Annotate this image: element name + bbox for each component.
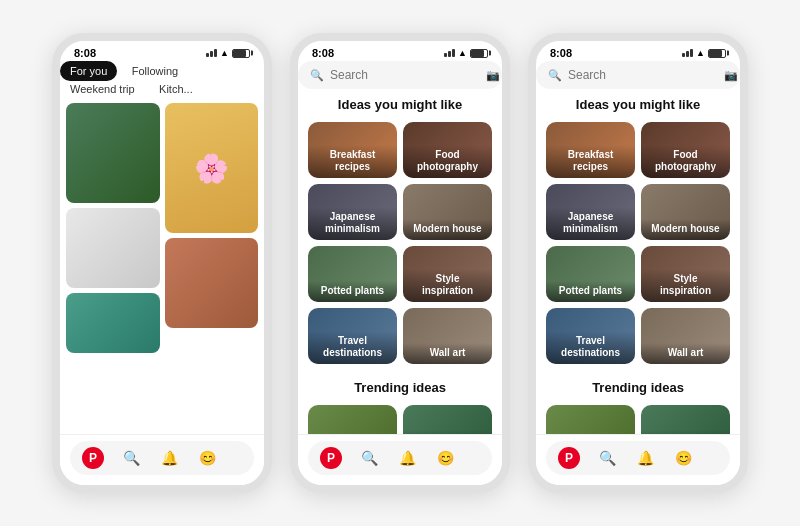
status-bar: 8:08 ▲ <box>60 41 264 61</box>
feed-image-plant[interactable] <box>66 103 160 203</box>
ideas-section-title-2: Ideas you might like <box>308 97 492 112</box>
idea-card-label-style: Style inspiration <box>403 269 492 302</box>
tab-following[interactable]: Following <box>122 61 188 81</box>
battery-icon-2 <box>470 49 488 58</box>
idea-card-label-food-photo: Food photography <box>403 145 492 178</box>
bottom-search-bar-3[interactable]: P 🔍 🔔 😊 <box>546 441 730 475</box>
feed-image-person[interactable]: 🌸 <box>165 103 259 233</box>
search-input-2[interactable] <box>330 68 480 82</box>
signal-icon <box>206 49 217 57</box>
camera-icon-2[interactable]: 📷 <box>486 69 500 82</box>
profile-icon[interactable]: 😊 <box>196 447 218 469</box>
idea-card-travel-3[interactable]: Travel destinations <box>546 308 635 364</box>
bell-icon-2[interactable]: 🔔 <box>396 447 418 469</box>
wifi-icon: ▲ <box>220 48 229 58</box>
feed-col-right: 🌸 <box>165 103 259 434</box>
feed-col-left <box>66 103 160 434</box>
status-icons-3: ▲ <box>682 48 726 58</box>
signal-icon-3 <box>682 49 693 57</box>
idea-card-breakfast[interactable]: Breakfast recipes <box>308 122 397 178</box>
bell-icon-3[interactable]: 🔔 <box>634 447 656 469</box>
search-bar-2[interactable]: 🔍 📷 <box>298 61 502 89</box>
idea-card-label-potted: Potted plants <box>308 281 397 302</box>
search-input-3[interactable] <box>568 68 718 82</box>
phone-feed: 8:08 ▲ For you Following Weekend trip Ki… <box>52 33 272 493</box>
idea-card-potted-3[interactable]: Potted plants <box>546 246 635 302</box>
status-time-3: 8:08 <box>550 47 572 59</box>
trending-grid-2: Healthy snacks Succulent garden <box>308 405 492 434</box>
ideas-grid-2: Breakfast recipes Food photography Japan… <box>308 122 492 364</box>
camera-icon-3[interactable]: 📷 <box>724 69 738 82</box>
tab-for-you[interactable]: For you <box>60 61 117 81</box>
trending-card-healthy[interactable]: Healthy snacks <box>308 405 397 434</box>
battery-icon-3 <box>708 49 726 58</box>
idea-card-style[interactable]: Style inspiration <box>403 246 492 302</box>
trending-card-label-succulent: Succulent garden <box>403 430 492 434</box>
status-icons-2: ▲ <box>444 48 488 58</box>
idea-card-modern[interactable]: Modern house <box>403 184 492 240</box>
idea-card-potted[interactable]: Potted plants <box>308 246 397 302</box>
bottom-bar-3: P 🔍 🔔 😊 <box>536 434 740 485</box>
trending-card-succulent-3[interactable]: Succulent garden <box>641 405 730 434</box>
status-bar-3: 8:08 ▲ <box>536 41 740 61</box>
nav-tabs: For you Following Weekend trip Kitch... <box>60 61 264 97</box>
search-bar-3[interactable]: 🔍 📷 <box>536 61 740 89</box>
idea-card-japanese-3[interactable]: Japanese minimalism <box>546 184 635 240</box>
ideas-grid-3: Breakfast recipes Food photography Japan… <box>546 122 730 364</box>
search-icon[interactable]: 🔍 <box>120 447 142 469</box>
profile-icon-3[interactable]: 😊 <box>672 447 694 469</box>
idea-card-label-japanese-3: Japanese minimalism <box>546 207 635 240</box>
pinterest-icon-3[interactable]: P <box>558 447 580 469</box>
feed-image-food[interactable] <box>165 238 259 328</box>
bottom-bar: P 🔍 🔔 😊 <box>60 434 264 485</box>
idea-card-travel[interactable]: Travel destinations <box>308 308 397 364</box>
idea-card-modern-3[interactable]: Modern house <box>641 184 730 240</box>
trending-card-label-succulent-3: Succulent garden <box>641 430 730 434</box>
search-icon-2: 🔍 <box>310 69 324 82</box>
trending-section-title-2: Trending ideas <box>308 380 492 395</box>
idea-card-japanese[interactable]: Japanese minimalism <box>308 184 397 240</box>
idea-card-label-travel: Travel destinations <box>308 331 397 364</box>
status-bar-2: 8:08 ▲ <box>298 41 502 61</box>
idea-card-wall[interactable]: Wall art <box>403 308 492 364</box>
feed-content: 🌸 <box>60 97 264 434</box>
pinterest-icon-2[interactable]: P <box>320 447 342 469</box>
trending-card-healthy-3[interactable]: Healthy snacks <box>546 405 635 434</box>
idea-card-label-modern: Modern house <box>403 219 492 240</box>
ideas-content-2: Ideas you might like Breakfast recipes F… <box>298 89 502 434</box>
status-time: 8:08 <box>74 47 96 59</box>
idea-card-breakfast-3[interactable]: Breakfast recipes <box>546 122 635 178</box>
idea-card-wall-3[interactable]: Wall art <box>641 308 730 364</box>
idea-card-label-japanese: Japanese minimalism <box>308 207 397 240</box>
trending-card-succulent[interactable]: Succulent garden <box>403 405 492 434</box>
idea-card-label-style-3: Style inspiration <box>641 269 730 302</box>
bell-icon[interactable]: 🔔 <box>158 447 180 469</box>
search-header-3: 🔍 📷 <box>536 61 740 89</box>
idea-card-food-photo-3[interactable]: Food photography <box>641 122 730 178</box>
status-time-2: 8:08 <box>312 47 334 59</box>
signal-icon-2 <box>444 49 455 57</box>
bottom-bar-2: P 🔍 🔔 😊 <box>298 434 502 485</box>
idea-card-label-food-photo-3: Food photography <box>641 145 730 178</box>
idea-card-label-wall: Wall art <box>403 343 492 364</box>
bottom-search-bar[interactable]: P 🔍 🔔 😊 <box>70 441 254 475</box>
tab-weekend-trip[interactable]: Weekend trip <box>60 79 145 99</box>
trending-grid-3: Healthy snacks Succulent garden <box>546 405 730 434</box>
search-icon-bottom-3[interactable]: 🔍 <box>596 447 618 469</box>
ideas-content-3: Ideas you might like Breakfast recipes F… <box>536 89 740 434</box>
tab-kitchen[interactable]: Kitch... <box>149 79 203 99</box>
idea-card-food-photo[interactable]: Food photography <box>403 122 492 178</box>
bottom-search-bar-2[interactable]: P 🔍 🔔 😊 <box>308 441 492 475</box>
feed-image-color[interactable] <box>66 293 160 353</box>
ideas-section-title-3: Ideas you might like <box>546 97 730 112</box>
search-icon-bottom-2[interactable]: 🔍 <box>358 447 380 469</box>
idea-card-label-modern-3: Modern house <box>641 219 730 240</box>
phone-search-1: 8:08 ▲ 🔍 📷 Ideas you might like Breakfas… <box>290 33 510 493</box>
idea-card-label-travel-3: Travel destinations <box>546 331 635 364</box>
profile-icon-2[interactable]: 😊 <box>434 447 456 469</box>
pinterest-icon[interactable]: P <box>82 447 104 469</box>
feed-image-house[interactable] <box>66 208 160 288</box>
search-icon-3: 🔍 <box>548 69 562 82</box>
battery-icon <box>232 49 250 58</box>
idea-card-style-3[interactable]: Style inspiration <box>641 246 730 302</box>
